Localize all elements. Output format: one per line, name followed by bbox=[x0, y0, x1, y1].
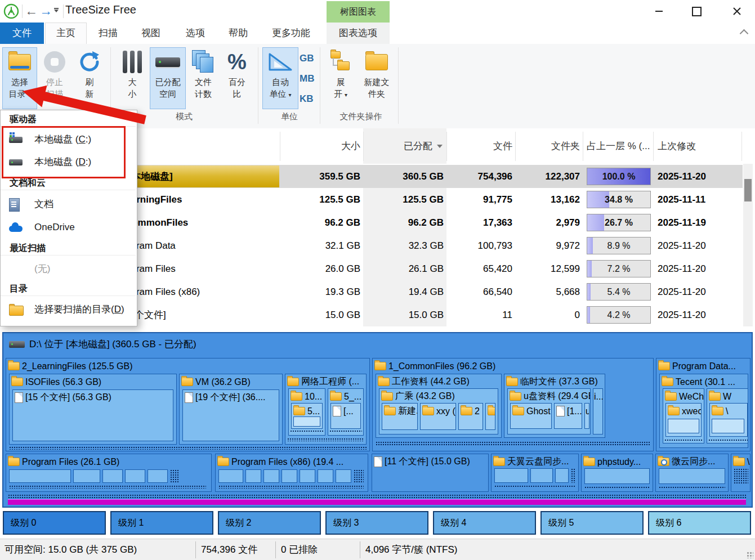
level-3-button[interactable]: 级别 3 bbox=[325, 511, 428, 535]
level-4-button[interactable]: 级别 4 bbox=[433, 511, 536, 535]
divider bbox=[258, 47, 258, 124]
column-header-percent[interactable]: 占上一层 % (... bbox=[587, 128, 653, 164]
treemap-block-i[interactable]: i... bbox=[593, 388, 603, 434]
treemap-block-iso-files[interactable]: [15 个文件] (56.3 GB) bbox=[12, 389, 173, 441]
tab-options[interactable]: 选项 bbox=[175, 23, 216, 44]
percent-bar: 26.7 % bbox=[587, 214, 651, 231]
menu-header-recent-scans: 最近扫描 bbox=[1, 240, 136, 256]
treemap-block-vm-files[interactable]: [19 个文件] (36.... bbox=[182, 389, 279, 441]
folder-icon bbox=[8, 54, 31, 70]
treemap-block-files11[interactable]: [11 个文件] (15.0 GB) bbox=[372, 454, 489, 492]
menu-item-onedrive[interactable]: OneDrive bbox=[1, 217, 136, 238]
status-cluster-size: 4,096 字节/簇 (NTFS) bbox=[365, 539, 457, 560]
ruler-triangle-icon bbox=[267, 51, 293, 73]
column-header-size[interactable]: 大小 bbox=[280, 128, 360, 164]
treemap-block[interactable] bbox=[125, 469, 145, 483]
ribbon-tab-bar: 文件 主页 扫描 视图 选项 帮助 更多功能 图表选项 bbox=[0, 23, 755, 44]
treemap-block[interactable] bbox=[712, 419, 744, 433]
divider bbox=[320, 47, 320, 124]
treemap-block-file[interactable]: [... bbox=[330, 403, 361, 429]
percent-mode-button[interactable]: % 百分 比 bbox=[221, 47, 253, 109]
level-6-button[interactable]: 级别 6 bbox=[648, 511, 751, 535]
treemap-block[interactable] bbox=[668, 419, 699, 433]
row-folders: 12,599 bbox=[515, 257, 580, 280]
treemap-block[interactable] bbox=[102, 469, 123, 483]
allocated-space-mode-button[interactable]: 已分配 空间 bbox=[150, 47, 186, 109]
tab-more-features[interactable]: 更多功能 bbox=[261, 23, 321, 44]
file-count-mode-button[interactable]: 文件 计数 bbox=[187, 47, 220, 109]
treemap-block[interactable] bbox=[73, 469, 100, 483]
divider bbox=[195, 541, 196, 558]
tab-home[interactable]: 主页 bbox=[45, 23, 87, 44]
treemap-block[interactable] bbox=[659, 468, 725, 484]
column-header-allocated[interactable]: 已分配 bbox=[363, 128, 432, 164]
row-size: 96.2 GB bbox=[280, 211, 360, 234]
treemap-block[interactable] bbox=[263, 469, 279, 483]
new-folder-button[interactable]: 新建文 件夹 bbox=[358, 47, 395, 109]
menu-item-documents[interactable]: 文档 bbox=[1, 194, 136, 215]
status-file-count: 754,396 文件 bbox=[201, 539, 257, 560]
treemap-block[interactable] bbox=[318, 469, 333, 483]
expand-button[interactable]: 展 开 ▾ bbox=[324, 47, 357, 109]
tab-help[interactable]: 帮助 bbox=[218, 23, 258, 44]
treemap-block-file1[interactable]: [1... bbox=[554, 403, 582, 429]
back-button[interactable]: ← bbox=[25, 2, 38, 19]
treemap-block-u[interactable]: u bbox=[584, 403, 589, 429]
treemap-block[interactable] bbox=[300, 469, 315, 483]
treemap-block[interactable] bbox=[555, 468, 569, 483]
treemap-block[interactable] bbox=[584, 468, 650, 484]
treemap-block[interactable] bbox=[148, 469, 168, 483]
treemap-block[interactable] bbox=[293, 416, 320, 427]
row-modified: 2025-11-11 bbox=[658, 188, 742, 211]
dropdown-arrow-icon: ▾ bbox=[345, 92, 347, 98]
treemap-block-xxy[interactable]: xxy (... bbox=[420, 403, 456, 430]
quick-access-customize-button[interactable] bbox=[54, 8, 59, 15]
row-folders: 0 bbox=[515, 303, 580, 326]
percent-bar: 8.9 % bbox=[587, 237, 651, 254]
level-5-button[interactable]: 级别 5 bbox=[540, 511, 644, 535]
unit-mb-button[interactable]: MB bbox=[300, 73, 314, 84]
treemap-block[interactable] bbox=[218, 469, 243, 483]
select-directory-button[interactable]: 选择 目录 ▾ bbox=[2, 47, 37, 109]
tab-file[interactable]: 文件 bbox=[0, 23, 44, 44]
row-allocated: 26.1 GB bbox=[363, 257, 444, 280]
treemap-block[interactable] bbox=[9, 469, 71, 483]
treemap-block-xinjian[interactable]: 新建... bbox=[382, 403, 418, 430]
level-0-button[interactable]: 级别 0 bbox=[3, 511, 106, 535]
treemap-block[interactable] bbox=[245, 469, 261, 483]
level-1-button[interactable]: 级别 1 bbox=[110, 511, 213, 535]
tab-view[interactable]: 视图 bbox=[131, 23, 171, 44]
unit-kb-button[interactable]: KB bbox=[300, 93, 314, 105]
minimize-button[interactable] bbox=[649, 5, 668, 18]
column-header-folders[interactable]: 文件夹 bbox=[515, 128, 580, 164]
size-mode-button[interactable]: 大 小 bbox=[116, 47, 149, 109]
collapse-ribbon-icon[interactable] bbox=[741, 30, 747, 37]
menu-item-choose-directory[interactable]: 选择要扫描的目录(D) bbox=[1, 299, 136, 320]
vertical-scrollbar[interactable] bbox=[743, 164, 753, 326]
row-modified: 2025-11-20 bbox=[658, 280, 742, 303]
forward-button[interactable]: → bbox=[39, 2, 52, 19]
treemap-block-cut[interactable] bbox=[485, 403, 495, 430]
level-2-button[interactable]: 级别 2 bbox=[218, 511, 321, 535]
row-files: 17,363 bbox=[446, 211, 512, 234]
treemap-block-ghost[interactable]: Ghost (... bbox=[510, 403, 552, 429]
column-header-files[interactable]: 文件 bbox=[446, 128, 512, 164]
treemap-block[interactable] bbox=[530, 468, 553, 483]
annotation-red-box bbox=[2, 126, 126, 178]
percent-icon: % bbox=[227, 51, 247, 73]
column-header-modified[interactable]: 上次修改 bbox=[658, 128, 741, 164]
maximize-button[interactable] bbox=[687, 5, 706, 18]
tab-scan[interactable]: 扫描 bbox=[88, 23, 128, 44]
percent-bar: 100.0 % bbox=[587, 168, 651, 185]
resize-grip-icon[interactable] bbox=[747, 552, 753, 558]
unit-gb-button[interactable]: GB bbox=[300, 53, 314, 64]
treemap-block[interactable] bbox=[494, 468, 528, 483]
auto-units-button[interactable]: 自动 单位 ▾ bbox=[262, 47, 298, 109]
close-button[interactable] bbox=[727, 5, 747, 18]
scrollbar-thumb[interactable] bbox=[744, 179, 752, 201]
refresh-button[interactable]: 刷 新 bbox=[72, 47, 107, 109]
tab-chart-options[interactable]: 图表选项 bbox=[327, 23, 390, 44]
treemap-block[interactable] bbox=[336, 469, 351, 483]
treemap-block-2[interactable]: 2 bbox=[458, 403, 483, 430]
treemap-block[interactable] bbox=[282, 469, 297, 483]
